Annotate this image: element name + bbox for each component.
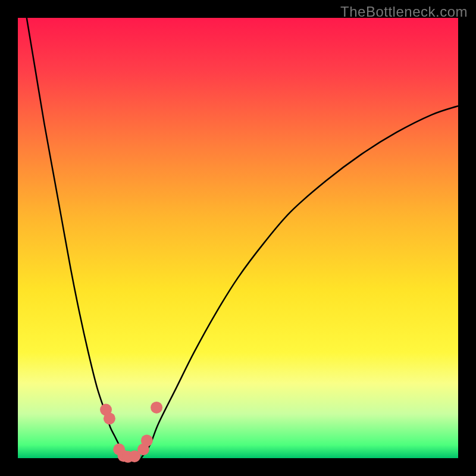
marker-1 (104, 412, 115, 424)
plot-area (18, 18, 458, 458)
chart-svg (0, 0, 476, 476)
chart-container: TheBottleneck.com (0, 0, 476, 476)
marker-8 (151, 402, 162, 414)
marker-7 (141, 434, 153, 446)
watermark-text: TheBottleneck.com (340, 4, 468, 20)
